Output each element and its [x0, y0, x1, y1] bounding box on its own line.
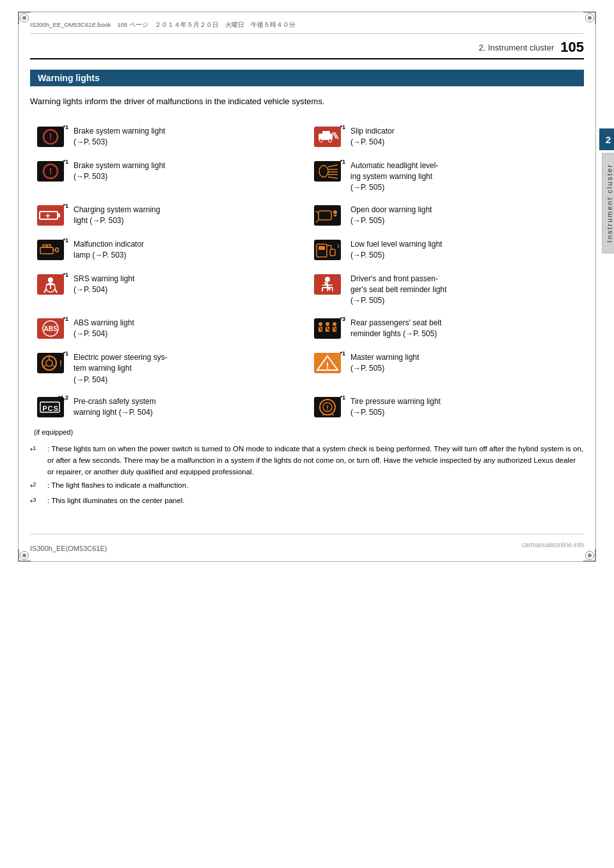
warning-text-tirepressure: Tire pressure warning light(→P. 505): [350, 394, 441, 419]
svg-text:!: !: [49, 132, 52, 142]
svg-point-7: [329, 139, 332, 142]
superscript-charging: *1: [63, 203, 68, 209]
svg-rect-28: [37, 240, 64, 260]
superscript-seatbelt-rear: *3: [340, 316, 345, 322]
sidebar-tab: Instrument cluster: [602, 153, 614, 253]
warning-item-srs: *1 SRS warning light(→P. 504): [30, 267, 307, 311]
page-header: 2. Instrument cluster 105: [30, 39, 584, 59]
svg-rect-39: [319, 246, 325, 250]
superscript-brake1: *1: [63, 124, 68, 130]
svg-text:!: !: [49, 166, 52, 176]
watermark: carmanualsonline.info: [522, 541, 584, 548]
superscript-master: *1: [340, 350, 345, 357]
chapter-number-tab: 2: [599, 128, 614, 150]
svg-text:ABS: ABS: [43, 325, 57, 332]
svg-text:+: +: [45, 211, 51, 221]
svg-rect-23: [58, 213, 60, 217]
footnote-2: *2 : The light flashes to indicate a mal…: [30, 480, 584, 493]
svg-point-62: [326, 322, 329, 326]
superscript-abs: *1: [63, 316, 68, 322]
page-number: 105: [560, 39, 584, 56]
svg-point-46: [48, 277, 53, 283]
svg-point-6: [320, 139, 323, 142]
svg-text:!: !: [59, 359, 62, 368]
warning-item-eps: *1 ! Electric power steering sys-tem war…: [30, 346, 307, 390]
superscript-tirepressure: *1: [340, 394, 345, 401]
warning-text-seatbelt-front: Driver's and front passen-ger's seat bel…: [350, 272, 446, 307]
superscript-headlight: *1: [340, 159, 345, 165]
superscript-slip: *1: [340, 124, 345, 130]
section-header: Warning lights: [30, 70, 584, 86]
superscript-pcs: *1,2: [58, 394, 68, 401]
warning-item-master: *1 ! Master warning light(→P. 505): [307, 346, 584, 390]
intro-text: Warning lights inform the driver of malf…: [30, 95, 584, 108]
warning-item-tirepressure: *1 ! Tire pressure: [307, 390, 584, 424]
if-equipped-note: (if equipped): [34, 428, 584, 436]
bottom-id: IS300h_EE(OM53C61E): [30, 545, 107, 552]
warning-item-opendoor: Open door warning light(→P. 505): [307, 198, 584, 233]
file-info-text: IS300h_EE_OM53C61E.book 105 ページ ２０１４年５月２…: [30, 21, 295, 29]
superscript-eps: *1: [63, 350, 68, 357]
warning-text-brake1: Brake system warning light(→P. 503): [74, 124, 165, 148]
warning-text-master: Master warning light(→P. 505): [350, 350, 419, 375]
svg-point-51: [325, 277, 330, 282]
file-info-bar: IS300h_EE_OM53C61E.book 105 ページ ２０１４年５月２…: [30, 21, 584, 34]
warning-item-pcs: *1,2 PCS Pre-crash safety systemwarning …: [30, 390, 307, 424]
svg-rect-5: [322, 131, 330, 136]
warning-text-brake2: Brake system warning light(→P. 503): [74, 159, 165, 183]
warning-text-malfunction: Malfunction indicatorlamp (→P. 503): [74, 237, 144, 261]
warning-text-opendoor: Open door warning light(→P. 505): [350, 203, 432, 227]
svg-text:!: !: [326, 360, 329, 371]
superscript-srs: *1: [63, 272, 68, 278]
warning-items-grid: *1 ! Brake system warning light(→P. 503)…: [30, 120, 584, 425]
warning-text-abs: ABS warning light(→P. 504): [74, 316, 134, 340]
footnotes-area: *1 : These lights turn on when the power…: [30, 444, 584, 508]
svg-point-60: [319, 322, 322, 326]
warning-item-malfunction: *1 Malfunction in: [30, 233, 307, 267]
footnote-1: *1 : These lights turn on when the power…: [30, 444, 584, 477]
svg-text:PCS: PCS: [42, 405, 59, 412]
superscript-brake2: *1: [63, 159, 68, 165]
footnote-3: *3 : This light illuminates on the cente…: [30, 495, 584, 508]
warning-item-brake2: *1 ! Brake system warning light(→P. 503): [30, 154, 307, 198]
svg-point-27: [333, 210, 337, 214]
warning-item-slip: *1 Slip indicator(→P. 504): [307, 120, 584, 154]
warning-text-eps: Electric power steering sys-tem warning …: [74, 350, 168, 385]
warning-item-abs: *1 ABS ABS warning light(→P. 504): [30, 311, 307, 346]
superscript-malfunction: *1: [63, 237, 68, 244]
warning-text-charging: Charging system warninglight (→P. 503): [74, 203, 160, 227]
svg-text:↕: ↕: [327, 173, 330, 178]
warning-item-brake1: *1 ! Brake system warning light(→P. 503): [30, 120, 307, 154]
chapter-title: 2. Instrument cluster: [479, 43, 555, 52]
warning-item-seatbelt-rear: *3: [307, 311, 584, 346]
warning-item-headlight: *1 ↕ Automatic hea: [307, 154, 584, 198]
warning-text-slip: Slip indicator(→P. 504): [350, 124, 395, 148]
warning-item-charging: *1 + Charging system warninglight (→P. 5…: [30, 198, 307, 233]
warning-text-headlight: Automatic headlight level-ing system war…: [350, 159, 438, 194]
warning-item-seatbelt-front: Driver's and front passen-ger's seat bel…: [307, 267, 584, 311]
warning-text-pcs: Pre-crash safety systemwarning light (→P…: [74, 394, 156, 419]
warning-text-lowfuel: Low fuel level warning light(→P. 505): [350, 237, 442, 261]
warning-text-seatbelt-rear: Rear passengers' seat beltreminder light…: [350, 316, 441, 340]
svg-text:!: !: [326, 404, 329, 412]
warning-text-srs: SRS warning light(→P. 504): [74, 272, 134, 296]
svg-point-64: [333, 322, 336, 326]
warning-item-lowfuel: Low fuel level warning light(→P. 505): [307, 233, 584, 267]
